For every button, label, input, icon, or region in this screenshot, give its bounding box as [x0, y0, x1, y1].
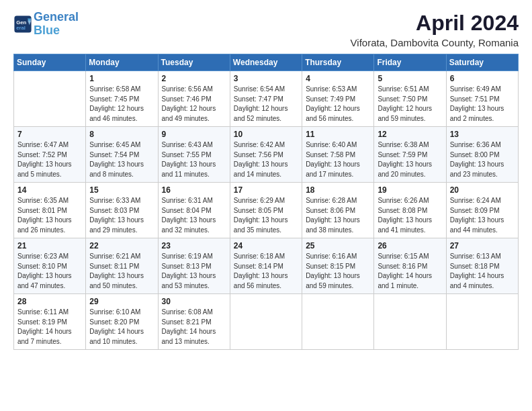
day-number: 9 — [162, 130, 226, 139]
day-info: Sunrise: 6:45 AM Sunset: 7:54 PM Dayligh… — [89, 140, 154, 179]
week-row-2: 7Sunrise: 6:47 AM Sunset: 7:52 PM Daylig… — [14, 127, 519, 183]
calendar-cell: 2Sunrise: 6:56 AM Sunset: 7:46 PM Daylig… — [158, 71, 230, 127]
day-info: Sunrise: 6:23 AM Sunset: 8:10 PM Dayligh… — [17, 252, 82, 291]
week-row-3: 14Sunrise: 6:35 AM Sunset: 8:01 PM Dayli… — [14, 183, 519, 238]
calendar-table: SundayMondayTuesdayWednesdayThursdayFrid… — [13, 54, 519, 350]
day-number: 6 — [450, 74, 515, 83]
calendar-cell — [14, 71, 86, 127]
day-info: Sunrise: 6:15 AM Sunset: 8:16 PM Dayligh… — [378, 252, 442, 291]
weekday-header-thursday: Thursday — [302, 54, 374, 71]
calendar-cell: 22Sunrise: 6:21 AM Sunset: 8:11 PM Dayli… — [86, 238, 158, 294]
day-info: Sunrise: 6:10 AM Sunset: 8:20 PM Dayligh… — [89, 308, 154, 347]
calendar-cell: 21Sunrise: 6:23 AM Sunset: 8:10 PM Dayli… — [14, 238, 86, 294]
calendar-cell — [230, 294, 302, 350]
day-number: 22 — [89, 241, 154, 250]
day-info: Sunrise: 6:36 AM Sunset: 8:00 PM Dayligh… — [450, 140, 515, 179]
logo: Gen eral GeneralBlue — [13, 11, 79, 38]
day-info: Sunrise: 6:53 AM Sunset: 7:49 PM Dayligh… — [306, 85, 370, 124]
calendar-cell: 4Sunrise: 6:53 AM Sunset: 7:49 PM Daylig… — [302, 71, 374, 127]
day-info: Sunrise: 6:13 AM Sunset: 8:18 PM Dayligh… — [450, 252, 515, 291]
day-number: 5 — [378, 74, 442, 83]
calendar-cell: 1Sunrise: 6:58 AM Sunset: 7:45 PM Daylig… — [86, 71, 158, 127]
day-info: Sunrise: 6:21 AM Sunset: 8:11 PM Dayligh… — [89, 252, 154, 291]
day-number: 25 — [306, 241, 370, 250]
main-title: April 2024 — [351, 11, 519, 36]
logo-text: GeneralBlue — [34, 11, 79, 38]
day-number: 4 — [306, 74, 370, 83]
weekday-header-friday: Friday — [374, 54, 446, 71]
week-row-4: 21Sunrise: 6:23 AM Sunset: 8:10 PM Dayli… — [14, 238, 519, 294]
day-info: Sunrise: 6:51 AM Sunset: 7:50 PM Dayligh… — [378, 85, 442, 124]
day-number: 14 — [17, 185, 82, 195]
day-number: 12 — [378, 130, 442, 139]
day-info: Sunrise: 6:26 AM Sunset: 8:08 PM Dayligh… — [378, 196, 442, 235]
calendar-cell: 29Sunrise: 6:10 AM Sunset: 8:20 PM Dayli… — [86, 294, 158, 350]
calendar-cell: 27Sunrise: 6:13 AM Sunset: 8:18 PM Dayli… — [446, 238, 518, 294]
day-number: 20 — [450, 185, 515, 195]
subtitle: Viforata, Dambovita County, Romania — [351, 37, 519, 48]
day-info: Sunrise: 6:28 AM Sunset: 8:06 PM Dayligh… — [306, 196, 370, 235]
day-info: Sunrise: 6:42 AM Sunset: 7:56 PM Dayligh… — [234, 140, 298, 179]
day-number: 3 — [234, 74, 298, 83]
day-number: 15 — [89, 185, 154, 195]
day-info: Sunrise: 6:40 AM Sunset: 7:58 PM Dayligh… — [306, 140, 370, 179]
day-info: Sunrise: 6:43 AM Sunset: 7:55 PM Dayligh… — [162, 140, 226, 179]
day-info: Sunrise: 6:38 AM Sunset: 7:59 PM Dayligh… — [378, 140, 442, 179]
calendar-cell: 20Sunrise: 6:24 AM Sunset: 8:09 PM Dayli… — [446, 183, 518, 238]
calendar-cell: 17Sunrise: 6:29 AM Sunset: 8:05 PM Dayli… — [230, 183, 302, 238]
calendar-cell: 10Sunrise: 6:42 AM Sunset: 7:56 PM Dayli… — [230, 127, 302, 183]
day-info: Sunrise: 6:18 AM Sunset: 8:14 PM Dayligh… — [234, 252, 298, 291]
day-info: Sunrise: 6:47 AM Sunset: 7:52 PM Dayligh… — [17, 140, 82, 179]
logo-icon: Gen eral — [13, 15, 32, 34]
day-number: 23 — [162, 241, 226, 250]
calendar-cell: 7Sunrise: 6:47 AM Sunset: 7:52 PM Daylig… — [14, 127, 86, 183]
day-info: Sunrise: 6:31 AM Sunset: 8:04 PM Dayligh… — [162, 196, 226, 235]
day-number: 28 — [17, 297, 82, 306]
day-info: Sunrise: 6:33 AM Sunset: 8:03 PM Dayligh… — [89, 196, 154, 235]
day-info: Sunrise: 6:08 AM Sunset: 8:21 PM Dayligh… — [162, 308, 226, 347]
calendar-cell: 13Sunrise: 6:36 AM Sunset: 8:00 PM Dayli… — [446, 127, 518, 183]
calendar-cell: 8Sunrise: 6:45 AM Sunset: 7:54 PM Daylig… — [86, 127, 158, 183]
calendar-cell — [446, 294, 518, 350]
day-info: Sunrise: 6:56 AM Sunset: 7:46 PM Dayligh… — [162, 85, 226, 124]
day-number: 29 — [89, 297, 154, 306]
day-number: 13 — [450, 130, 515, 139]
calendar-cell: 25Sunrise: 6:16 AM Sunset: 8:15 PM Dayli… — [302, 238, 374, 294]
calendar-cell: 9Sunrise: 6:43 AM Sunset: 7:55 PM Daylig… — [158, 127, 230, 183]
calendar-cell: 6Sunrise: 6:49 AM Sunset: 7:51 PM Daylig… — [446, 71, 518, 127]
day-info: Sunrise: 6:11 AM Sunset: 8:19 PM Dayligh… — [17, 308, 82, 347]
day-number: 21 — [17, 241, 82, 250]
day-number: 2 — [162, 74, 226, 83]
day-number: 11 — [306, 130, 370, 139]
calendar-cell: 23Sunrise: 6:19 AM Sunset: 8:13 PM Dayli… — [158, 238, 230, 294]
svg-text:eral: eral — [16, 25, 26, 31]
calendar-cell: 30Sunrise: 6:08 AM Sunset: 8:21 PM Dayli… — [158, 294, 230, 350]
weekday-header-saturday: Saturday — [446, 54, 518, 71]
weekday-header-monday: Monday — [86, 54, 158, 71]
day-number: 10 — [234, 130, 298, 139]
day-number: 7 — [17, 130, 82, 139]
calendar-cell: 5Sunrise: 6:51 AM Sunset: 7:50 PM Daylig… — [374, 71, 446, 127]
day-number: 19 — [378, 185, 442, 195]
calendar-cell: 15Sunrise: 6:33 AM Sunset: 8:03 PM Dayli… — [86, 183, 158, 238]
calendar-cell: 12Sunrise: 6:38 AM Sunset: 7:59 PM Dayli… — [374, 127, 446, 183]
weekday-header-tuesday: Tuesday — [158, 54, 230, 71]
weekday-header-wednesday: Wednesday — [230, 54, 302, 71]
day-number: 16 — [162, 185, 226, 195]
day-info: Sunrise: 6:54 AM Sunset: 7:47 PM Dayligh… — [234, 85, 298, 124]
day-number: 24 — [234, 241, 298, 250]
day-number: 17 — [234, 185, 298, 195]
week-row-1: 1Sunrise: 6:58 AM Sunset: 7:45 PM Daylig… — [14, 71, 519, 127]
day-info: Sunrise: 6:16 AM Sunset: 8:15 PM Dayligh… — [306, 252, 370, 291]
calendar-container: Gen eral GeneralBlue April 2024 Viforata… — [0, 0, 532, 411]
calendar-cell: 24Sunrise: 6:18 AM Sunset: 8:14 PM Dayli… — [230, 238, 302, 294]
calendar-cell: 14Sunrise: 6:35 AM Sunset: 8:01 PM Dayli… — [14, 183, 86, 238]
calendar-cell: 16Sunrise: 6:31 AM Sunset: 8:04 PM Dayli… — [158, 183, 230, 238]
day-number: 30 — [162, 297, 226, 306]
day-number: 1 — [89, 74, 154, 83]
day-info: Sunrise: 6:35 AM Sunset: 8:01 PM Dayligh… — [17, 196, 82, 235]
week-row-5: 28Sunrise: 6:11 AM Sunset: 8:19 PM Dayli… — [14, 294, 519, 350]
day-info: Sunrise: 6:19 AM Sunset: 8:13 PM Dayligh… — [162, 252, 226, 291]
day-info: Sunrise: 6:58 AM Sunset: 7:45 PM Dayligh… — [89, 85, 154, 124]
calendar-cell: 11Sunrise: 6:40 AM Sunset: 7:58 PM Dayli… — [302, 127, 374, 183]
